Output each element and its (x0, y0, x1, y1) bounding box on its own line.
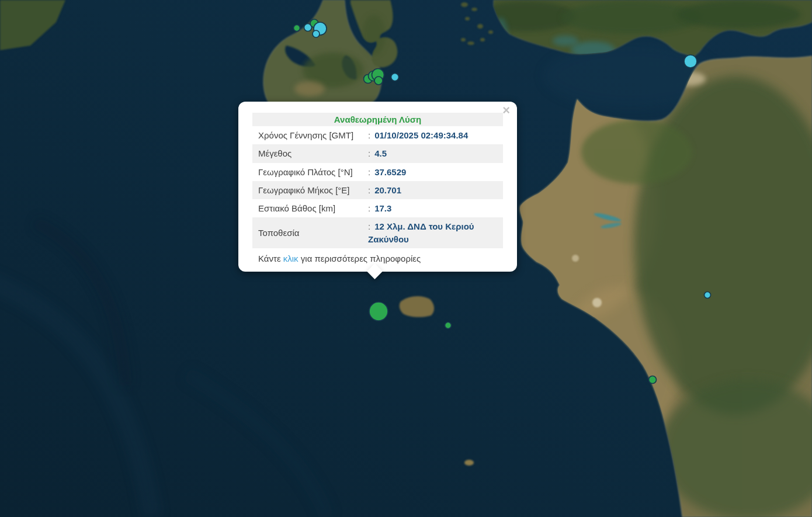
detail-value: 20.701 (374, 185, 401, 195)
detail-label: Εστιακό Βάθος [km] (252, 199, 362, 217)
colon: : (368, 167, 370, 177)
detail-label: Γεωγραφικό Πλάτος [°N] (252, 163, 362, 181)
popup-title: Αναθεωρημένη Λύση (252, 113, 503, 126)
earthquake-marker[interactable] (294, 25, 300, 32)
app-window: × Αναθεωρημένη Λύση Χρόνος Γέννησης [GMT… (0, 0, 812, 517)
detail-row-depth: Εστιακό Βάθος [km] :17.3 (252, 199, 503, 217)
detail-value: 12 Χλμ. ΔΝΔ του Κεριού Ζακύνθου (368, 221, 474, 244)
earthquake-marker[interactable] (313, 30, 320, 37)
detail-value: 01/10/2025 02:49:34.84 (374, 130, 468, 140)
detail-row-magnitude: Μέγεθος :4.5 (252, 144, 503, 162)
more-info-link[interactable]: κλικ (283, 254, 299, 263)
detail-row-latitude: Γεωγραφικό Πλάτος [°N] :37.6529 (252, 163, 503, 181)
detail-row-longitude: Γεωγραφικό Μήκος [°E] :20.701 (252, 181, 503, 199)
detail-label: Τοποθεσία (252, 217, 362, 248)
detail-value: 17.3 (374, 203, 391, 213)
earthquake-marker[interactable] (369, 302, 388, 321)
close-icon[interactable]: × (502, 104, 510, 117)
detail-label: Χρόνος Γέννησης [GMT] (252, 126, 362, 144)
detail-value: 4.5 (374, 148, 387, 158)
earthquake-marker[interactable] (374, 77, 383, 85)
earthquake-popup: × Αναθεωρημένη Λύση Χρόνος Γέννησης [GMT… (238, 102, 517, 272)
colon: : (368, 185, 370, 195)
detail-value: 37.6529 (374, 167, 406, 177)
popup-footer: Κάντε κλικ για περισσότερες πληροφορίες (258, 254, 503, 263)
detail-label: Γεωγραφικό Μήκος [°E] (252, 181, 362, 199)
colon: : (368, 148, 370, 158)
earthquake-marker[interactable] (391, 74, 399, 81)
detail-row-origin-time: Χρόνος Γέννησης [GMT] :01/10/2025 02:49:… (252, 126, 503, 144)
detail-row-location: Τοποθεσία :12 Χλμ. ΔΝΔ του Κεριού Ζακύνθ… (252, 217, 503, 248)
earthquake-marker[interactable] (649, 376, 657, 384)
earthquake-details-table: Αναθεωρημένη Λύση Χρόνος Γέννησης [GMT] … (252, 113, 503, 248)
detail-label: Μέγεθος (252, 144, 362, 162)
earthquake-marker[interactable] (705, 292, 711, 299)
colon: : (368, 130, 370, 140)
colon: : (368, 221, 370, 231)
colon: : (368, 203, 370, 213)
footer-text-post: για περισσότερες πληροφορίες (299, 254, 421, 263)
earthquake-marker[interactable] (684, 55, 697, 68)
footer-text-pre: Κάντε (258, 254, 283, 263)
popup-title-row: Αναθεωρημένη Λύση (252, 113, 503, 126)
earthquake-marker[interactable] (445, 322, 452, 329)
